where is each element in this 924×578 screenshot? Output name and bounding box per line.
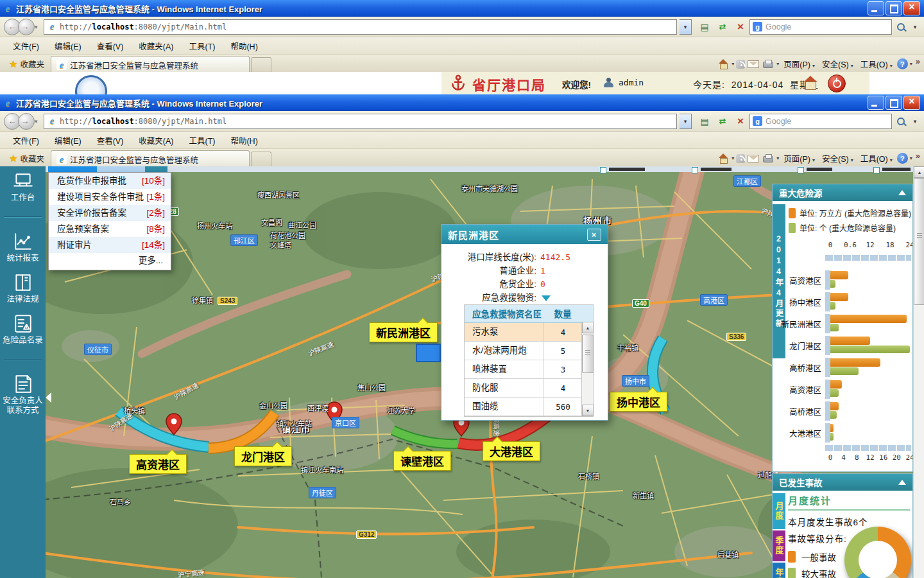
- forward-button[interactable]: [18, 113, 35, 130]
- table-row[interactable]: 防化服4: [465, 379, 582, 398]
- menu-item[interactable]: 文件(F): [6, 132, 46, 148]
- sidebar-collapse-arrow[interactable]: [46, 392, 51, 403]
- menu-item[interactable]: 收藏夹(A): [132, 38, 180, 54]
- toolbar-overflow-chevron[interactable]: [916, 151, 920, 161]
- print-icon[interactable]: [762, 153, 774, 164]
- minimize-button[interactable]: [868, 96, 884, 110]
- bar-count[interactable]: [830, 324, 839, 331]
- new-tab-stub[interactable]: [251, 57, 271, 73]
- scroll-up-button[interactable]: [914, 166, 924, 178]
- banner-home-icon[interactable]: [802, 74, 819, 91]
- chevron-down-icon[interactable]: [910, 155, 912, 161]
- menu-item[interactable]: 文件(F): [6, 38, 46, 54]
- address-dropdown-button[interactable]: [680, 114, 692, 129]
- browser-tab[interactable]: 江苏省港口安全监管与应急管理系统: [51, 150, 250, 168]
- menu-item[interactable]: 收藏夹(A): [132, 132, 180, 148]
- scroll-up-button[interactable]: [582, 322, 594, 333]
- search-button[interactable]: [892, 19, 910, 35]
- bar-volume[interactable]: [830, 424, 834, 432]
- menu-item[interactable]: 编辑(E): [48, 132, 88, 148]
- menu-item[interactable]: 帮助(H): [224, 132, 264, 148]
- bar-count[interactable]: [830, 346, 910, 353]
- bar-volume[interactable]: [830, 293, 848, 301]
- command-button[interactable]: 页面(P): [781, 57, 817, 71]
- refresh-button[interactable]: [714, 19, 732, 35]
- port-zone-xinminzhou[interactable]: [416, 344, 440, 362]
- search-box[interactable]: Google: [749, 114, 892, 129]
- todo-menu-item[interactable]: 建设项目安全条件审批[1条]: [49, 189, 171, 205]
- dialog-close-button[interactable]: [587, 229, 601, 241]
- stop-button[interactable]: [732, 19, 749, 35]
- browser-tab[interactable]: 江苏省港口安全监管与应急管理系统: [51, 56, 250, 73]
- chevron-down-icon[interactable]: [732, 155, 734, 161]
- sidebar-item-3[interactable]: 法律法规: [0, 268, 46, 309]
- collapse-triangle-icon[interactable]: [898, 480, 906, 485]
- command-button[interactable]: 工具(O): [858, 57, 895, 71]
- period-tab-2[interactable]: 季度: [773, 530, 785, 561]
- rescue-supplies-expander[interactable]: 应急救援物资:: [441, 290, 608, 304]
- period-tab-1[interactable]: 月度: [773, 493, 785, 529]
- todo-more-link[interactable]: 更多...: [49, 253, 171, 268]
- layer-checkbox[interactable]: [600, 167, 606, 173]
- bar-count[interactable]: [830, 389, 839, 397]
- command-button[interactable]: 工具(O): [858, 151, 895, 166]
- period-tab-3[interactable]: 年度: [773, 563, 785, 578]
- bar-count[interactable]: [830, 280, 835, 288]
- scroll-thumb[interactable]: [582, 335, 594, 373]
- history-dropdown-icon[interactable]: [35, 118, 41, 125]
- bar-count[interactable]: [830, 411, 837, 419]
- command-button[interactable]: 安全(S): [819, 57, 856, 71]
- table-scrollbar[interactable]: [581, 322, 593, 416]
- address-dropdown-button[interactable]: [680, 19, 692, 35]
- scroll-down-button[interactable]: [582, 405, 594, 416]
- window-scrollbar[interactable]: [913, 166, 924, 578]
- window-titlebar[interactable]: 江苏省港口安全监管与应急管理系统 - Windows Internet Expl…: [0, 0, 924, 17]
- bar-volume[interactable]: [830, 358, 880, 367]
- favorites-button[interactable]: 收藏夹: [3, 150, 51, 168]
- sidebar-item-1[interactable]: 工作台: [0, 166, 46, 207]
- layer-checkbox[interactable]: [873, 167, 880, 173]
- todo-menu-item[interactable]: 安全评价报告备案[2条]: [49, 205, 171, 221]
- scroll-thumb[interactable]: [914, 178, 924, 305]
- chevron-down-icon[interactable]: [732, 61, 734, 67]
- close-button[interactable]: [903, 1, 920, 15]
- table-row[interactable]: 水/泡沫两用炮5: [465, 342, 582, 360]
- menu-item[interactable]: 编辑(E): [48, 38, 88, 54]
- mail-icon[interactable]: [747, 58, 760, 70]
- sidebar-item-4[interactable]: 危险品名录: [0, 309, 46, 350]
- bar-count[interactable]: [830, 367, 859, 375]
- rss-icon[interactable]: [736, 154, 745, 163]
- maximize-button[interactable]: [886, 1, 902, 15]
- stop-button[interactable]: [732, 113, 749, 130]
- search-box[interactable]: Google: [749, 19, 892, 35]
- search-options-dropdown[interactable]: [910, 19, 920, 35]
- table-row[interactable]: 污水泵4: [465, 323, 582, 342]
- menu-item[interactable]: 工具(T): [182, 132, 221, 148]
- print-icon[interactable]: [762, 58, 774, 70]
- maximize-button[interactable]: [886, 96, 902, 110]
- chevron-down-icon[interactable]: [910, 61, 912, 67]
- toolbar-overflow-chevron[interactable]: [916, 57, 920, 66]
- menu-item[interactable]: 帮助(H): [224, 38, 264, 54]
- todo-menu-item[interactable]: 附证审片[14条]: [49, 237, 171, 253]
- history-dropdown-icon[interactable]: [35, 24, 41, 30]
- collapse-triangle-icon[interactable]: [898, 190, 906, 195]
- rss-icon[interactable]: [736, 60, 745, 69]
- compatibility-view-icon[interactable]: [696, 19, 714, 35]
- sidebar-item-5[interactable]: 安全负责人联系方式: [0, 369, 46, 420]
- help-icon[interactable]: [897, 153, 908, 164]
- address-bar[interactable]: http://localhost:8080/yjpt/Main.html: [44, 19, 677, 35]
- todo-menu-item[interactable]: 应急预案备案[8条]: [49, 221, 171, 237]
- search-button[interactable]: [892, 113, 910, 130]
- table-row[interactable]: 喷淋装置3: [465, 360, 582, 379]
- bar-volume[interactable]: [830, 402, 839, 410]
- refresh-button[interactable]: [714, 113, 732, 130]
- bar-volume[interactable]: [830, 271, 848, 279]
- menu-item[interactable]: 查看(V): [90, 38, 130, 54]
- menu-item[interactable]: 工具(T): [182, 38, 221, 54]
- favorites-button[interactable]: 收藏夹: [3, 55, 51, 73]
- bar-count[interactable]: [830, 302, 835, 310]
- chevron-down-icon[interactable]: [776, 155, 779, 161]
- bar-count[interactable]: [830, 433, 834, 441]
- window-titlebar[interactable]: 江苏省港口安全监管与应急管理系统 - Windows Internet Expl…: [0, 94, 924, 111]
